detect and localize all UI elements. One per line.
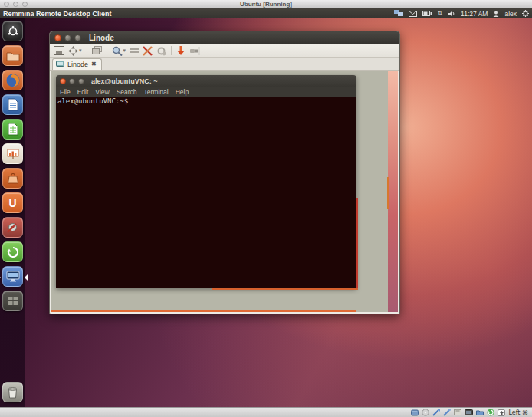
vbox-hostkey-label: Left ⌘ bbox=[508, 409, 528, 416]
vbox-sharedfolders-icon[interactable] bbox=[476, 409, 484, 415]
auto-fit-dropdown-icon[interactable]: ▾ bbox=[79, 48, 82, 54]
toolbar-separator bbox=[107, 46, 107, 55]
launcher-item-update-manager[interactable] bbox=[2, 241, 23, 262]
terminal-close-button[interactable] bbox=[60, 78, 66, 84]
tab-close-icon[interactable]: ✖ bbox=[91, 61, 97, 67]
launcher-item-dash-home[interactable] bbox=[2, 21, 23, 41]
launcher-item-home-folder[interactable] bbox=[2, 45, 23, 66]
terminal-maximize-button[interactable] bbox=[78, 78, 84, 84]
panel-indicators: ⇅ 11:27 AM alex bbox=[394, 10, 532, 18]
remmina-window: Linode ▾ ▾ bbox=[49, 31, 400, 314]
launcher-item-remmina[interactable] bbox=[2, 266, 23, 287]
tab-label: Linode bbox=[67, 61, 88, 68]
host-zoom-button[interactable] bbox=[22, 2, 28, 7]
launcher-item-libreoffice-impress[interactable] bbox=[2, 143, 23, 164]
terminal-minimize-button[interactable] bbox=[69, 78, 75, 84]
host-window-title: Ubuntu [Running] bbox=[240, 0, 292, 8]
remote-wallpaper-artifact bbox=[387, 177, 389, 209]
launcher-focused-arrow-left bbox=[0, 274, 1, 281]
menu-edit[interactable]: Edit bbox=[77, 88, 89, 96]
terminal-prompt: alex@ubuntuVNC:~$ bbox=[57, 97, 128, 105]
launcher-item-system-settings[interactable] bbox=[2, 217, 23, 238]
launcher-focused-arrow-right bbox=[25, 274, 28, 281]
virtualbox-vm-screen: Ubuntu [Running] Remmina Remote Desktop … bbox=[0, 0, 532, 417]
menu-terminal[interactable]: Terminal bbox=[144, 88, 169, 96]
volume-icon[interactable] bbox=[448, 11, 455, 17]
launcher-item-libreoffice-writer[interactable] bbox=[2, 94, 23, 115]
launcher-item-firefox[interactable] bbox=[2, 70, 23, 90]
grab-keyboard-icon[interactable] bbox=[189, 45, 200, 57]
toolbar-separator bbox=[171, 46, 172, 55]
vbox-hostkey-state-icon bbox=[498, 409, 505, 416]
terminal-titlebar[interactable]: alex@ubuntuVNC: ~ bbox=[56, 75, 356, 87]
remmina-titlebar[interactable]: Linode bbox=[50, 31, 399, 44]
vnc-render-artifact-right bbox=[356, 198, 358, 289]
menu-search[interactable]: Search bbox=[117, 88, 137, 96]
remote-screens-icon[interactable] bbox=[394, 10, 403, 17]
user-icon bbox=[493, 11, 499, 17]
launcher-item-trash[interactable] bbox=[2, 382, 23, 402]
mail-icon[interactable] bbox=[409, 11, 417, 17]
remmina-maximize-button[interactable] bbox=[74, 34, 81, 41]
remmina-tab-bar: Linode ✖ bbox=[50, 58, 399, 71]
remmina-minimize-button[interactable] bbox=[64, 34, 71, 41]
vbox-network-icon[interactable] bbox=[432, 409, 440, 416]
ubuntu-one-glyph: U bbox=[8, 198, 16, 208]
menu-file[interactable]: File bbox=[60, 88, 71, 96]
disconnect-icon[interactable] bbox=[176, 45, 186, 57]
scaled-mode-icon[interactable] bbox=[130, 45, 139, 57]
tab-linode[interactable]: Linode ✖ bbox=[52, 58, 102, 70]
network-traffic-icon[interactable]: ⇅ bbox=[437, 10, 442, 18]
fullscreen-icon[interactable] bbox=[54, 45, 64, 57]
zoom-icon[interactable]: ▾ bbox=[112, 45, 126, 57]
menu-view[interactable]: View bbox=[95, 88, 109, 96]
remmina-window-title: Linode bbox=[89, 34, 114, 42]
vbox-optical-icon[interactable] bbox=[422, 409, 429, 416]
terminal-output[interactable]: alex@ubuntuVNC:~$ bbox=[56, 97, 356, 288]
panel-app-title: Remmina Remote Desktop Client bbox=[0, 10, 112, 18]
ubuntu-top-panel: Remmina Remote Desktop Client ⇅ 11:27 AM… bbox=[0, 8, 532, 18]
host-traffic-lights bbox=[4, 2, 28, 7]
virtualbox-statusbar: Left ⌘ bbox=[0, 407, 532, 417]
remmina-content-frame: alex@ubuntuVNC: ~ File Edit View Search … bbox=[50, 71, 399, 314]
preferences-icon[interactable] bbox=[156, 45, 166, 57]
launcher-item-workspace-switcher[interactable] bbox=[2, 291, 23, 311]
vbox-floppy-icon[interactable] bbox=[454, 409, 461, 415]
auto-fit-icon[interactable]: ▾ bbox=[68, 45, 82, 57]
vbox-display-icon[interactable] bbox=[465, 409, 473, 416]
remote-wallpaper-bottom-line bbox=[51, 310, 356, 312]
session-gear-icon[interactable] bbox=[522, 10, 529, 17]
remote-terminal-window: alex@ubuntuVNC: ~ File Edit View Search … bbox=[56, 75, 356, 288]
user-menu[interactable]: alex bbox=[504, 10, 517, 18]
tools-icon[interactable] bbox=[143, 45, 153, 57]
switch-tabs-icon[interactable] bbox=[92, 45, 102, 57]
terminal-menubar: File Edit View Search Terminal Help bbox=[56, 87, 356, 97]
remmina-toolbar: ▾ ▾ bbox=[50, 44, 399, 58]
remmina-close-button[interactable] bbox=[54, 34, 61, 41]
launcher-item-libreoffice-calc[interactable] bbox=[2, 119, 23, 140]
vnc-viewport[interactable]: alex@ubuntuVNC: ~ File Edit View Search … bbox=[51, 71, 398, 312]
battery-icon[interactable] bbox=[422, 11, 432, 16]
unity-launcher: U bbox=[0, 18, 25, 407]
vbox-usb-icon[interactable] bbox=[443, 409, 451, 416]
terminal-window-title: alex@ubuntuVNC: ~ bbox=[91, 77, 158, 85]
tab-connection-icon bbox=[56, 61, 64, 67]
vbox-features-icon[interactable] bbox=[487, 409, 494, 416]
toolbar-separator bbox=[87, 46, 87, 55]
host-close-button[interactable] bbox=[4, 2, 9, 7]
desktop-wallpaper: U bbox=[0, 18, 532, 407]
vbox-harddisk-icon[interactable] bbox=[411, 409, 419, 416]
host-minimize-button[interactable] bbox=[13, 2, 18, 7]
host-window-titlebar: Ubuntu [Running] bbox=[0, 0, 532, 8]
launcher-item-software-center[interactable] bbox=[2, 168, 23, 189]
vnc-render-artifact-bottom bbox=[212, 288, 358, 290]
zoom-dropdown-icon[interactable]: ▾ bbox=[123, 48, 126, 54]
clock[interactable]: 11:27 AM bbox=[461, 10, 488, 18]
menu-help[interactable]: Help bbox=[176, 88, 189, 96]
remote-wallpaper-strip bbox=[388, 71, 398, 312]
launcher-item-ubuntu-one[interactable]: U bbox=[2, 192, 23, 213]
